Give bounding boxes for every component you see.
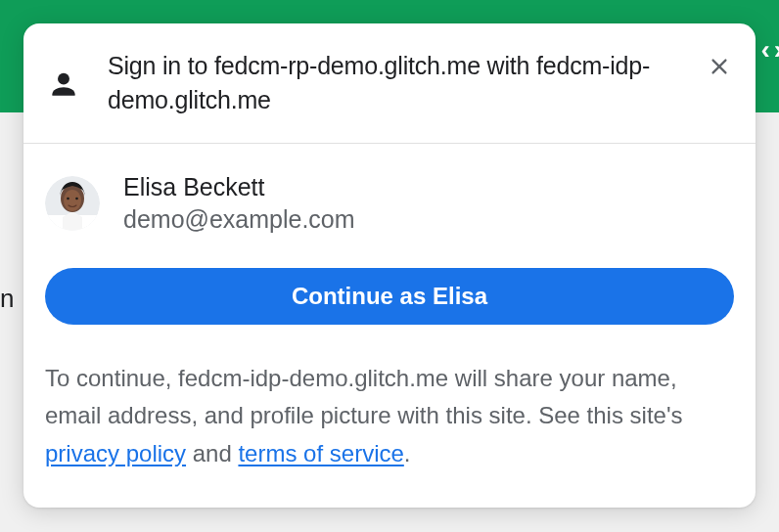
svg-point-9 (75, 197, 78, 200)
disclosure-suffix: . (404, 440, 411, 466)
dialog-title: Sign in to fedcm-rp-demo.glitch.me with … (108, 49, 736, 117)
terms-of-service-link[interactable]: terms of service (238, 440, 403, 466)
account-row[interactable]: Elisa Beckett demo@example.com (45, 171, 734, 235)
privacy-policy-link[interactable]: privacy policy (45, 440, 186, 466)
fedcm-signin-dialog: Sign in to fedcm-rp-demo.glitch.me with … (23, 23, 756, 508)
continue-button[interactable]: Continue as Elisa (45, 268, 734, 325)
svg-point-0 (58, 73, 69, 85)
close-button[interactable] (705, 53, 734, 82)
account-name: Elisa Beckett (123, 171, 355, 203)
person-icon (47, 68, 80, 102)
dialog-body: Elisa Beckett demo@example.com Continue … (23, 144, 756, 508)
account-email: demo@example.com (123, 203, 355, 236)
disclosure-text: To continue, fedcm-idp-demo.glitch.me wi… (45, 360, 734, 472)
svg-point-7 (64, 190, 81, 211)
svg-point-8 (67, 197, 69, 200)
background-decor-text: ‹ › (761, 34, 779, 66)
account-info: Elisa Beckett demo@example.com (123, 171, 355, 235)
avatar (45, 176, 100, 231)
close-icon (709, 56, 730, 80)
dialog-header: Sign in to fedcm-rp-demo.glitch.me with … (23, 23, 756, 144)
disclosure-mid: and (186, 440, 238, 466)
background-partial-text: n (0, 284, 14, 314)
disclosure-prefix: To continue, fedcm-idp-demo.glitch.me wi… (45, 365, 683, 428)
